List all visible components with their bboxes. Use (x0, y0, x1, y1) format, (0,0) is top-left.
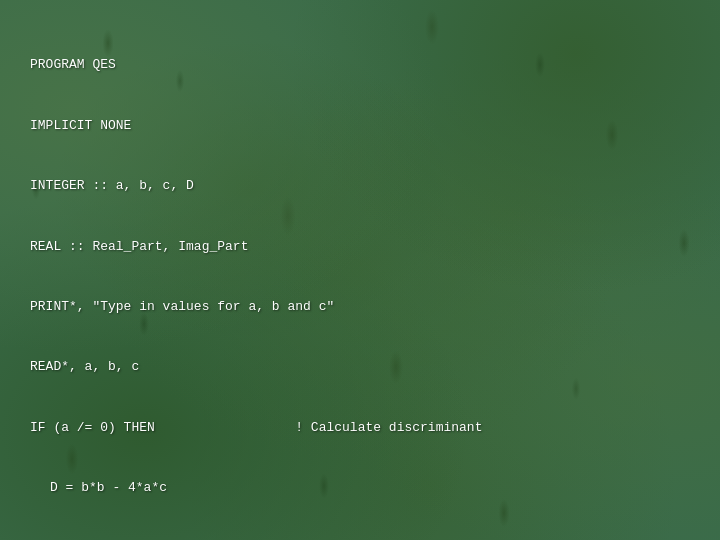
code-line-7: IF (a /= 0) THEN ! Calculate discriminan… (30, 418, 690, 438)
code-line-5: PRINT*, "Type in values for a, b and c" (30, 297, 690, 317)
code-line-8: D = b*b - 4*a*c (30, 478, 690, 498)
code-display: PROGRAM QES IMPLICIT NONE INTEGER :: a, … (30, 15, 690, 525)
code-line-1: PROGRAM QES (30, 55, 690, 75)
code-line-4: REAL :: Real_Part, Imag_Part (30, 237, 690, 257)
code-line-3: INTEGER :: a, b, c, D (30, 176, 690, 196)
code-line-2: IMPLICIT NONE (30, 116, 690, 136)
code-line-6: READ*, a, b, c (30, 357, 690, 377)
